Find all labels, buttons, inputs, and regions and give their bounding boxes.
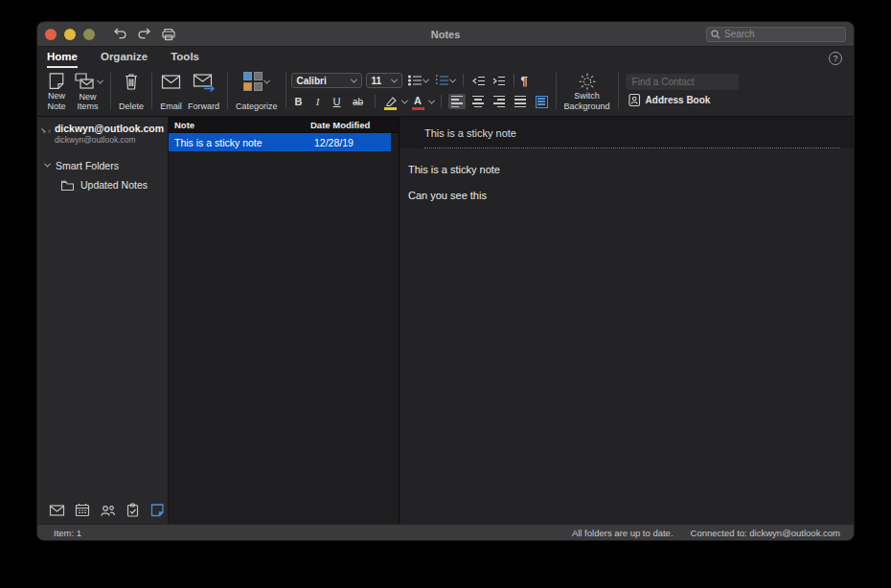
new-items-button[interactable]: New Items xyxy=(70,70,105,112)
align-left-button[interactable] xyxy=(448,94,466,109)
tab-home[interactable]: Home xyxy=(47,51,78,68)
redo-button[interactable] xyxy=(132,28,156,40)
address-book-icon xyxy=(628,93,641,107)
note-list-header[interactable]: Note Date Modified xyxy=(169,117,399,133)
align-left-icon xyxy=(451,96,463,107)
search-input[interactable] xyxy=(724,29,841,39)
calendar-module-button[interactable] xyxy=(75,503,90,517)
mail-icon xyxy=(49,504,65,517)
highlight-color-button[interactable] xyxy=(382,93,399,110)
font-color-button[interactable]: A xyxy=(411,93,425,110)
zoom-window-button[interactable] xyxy=(83,29,95,40)
strikethrough-button[interactable]: ab xyxy=(349,93,368,110)
find-a-contact-input[interactable]: Find a Contact xyxy=(626,74,739,90)
decrease-indent-button[interactable] xyxy=(470,74,487,88)
print-button[interactable] xyxy=(156,28,181,41)
font-name-select[interactable]: Calibri xyxy=(291,73,362,88)
numbered-list-button[interactable] xyxy=(433,73,456,88)
column-date-modified[interactable]: Date Modified xyxy=(310,120,393,130)
categorize-label: Categorize xyxy=(236,102,278,111)
people-icon xyxy=(100,504,116,517)
increase-indent-icon xyxy=(491,75,506,87)
address-book-label: Address Book xyxy=(646,95,711,105)
underline-button[interactable]: U xyxy=(330,93,345,110)
line-spacing-icon xyxy=(536,96,548,108)
tasks-module-button[interactable] xyxy=(126,503,140,517)
font-name-value: Calibri xyxy=(297,76,327,86)
ribbon-separator xyxy=(286,73,286,109)
font-size-chevron-icon xyxy=(391,76,398,82)
account-expand-chevron-icon[interactable] xyxy=(41,128,46,133)
note-title-bar[interactable]: This is a sticky note xyxy=(400,117,854,148)
show-paragraph-marks-button[interactable]: ¶ xyxy=(521,74,528,88)
bold-button[interactable]: B xyxy=(291,93,307,110)
email-envelope-icon xyxy=(160,72,182,92)
window-title: Notes xyxy=(431,29,461,40)
ribbon-separator xyxy=(618,73,619,109)
align-right-button[interactable] xyxy=(491,94,508,109)
delete-label: Delete xyxy=(119,102,144,111)
redo-icon xyxy=(137,28,151,40)
undo-button[interactable] xyxy=(108,28,132,40)
titlebar: Notes xyxy=(37,22,854,47)
search-box[interactable] xyxy=(706,27,846,42)
italic-button[interactable]: I xyxy=(310,93,326,110)
ribbon-tabs: Home Organize Tools ? xyxy=(37,47,854,68)
sidebar-item-updated-notes[interactable]: Updated Notes xyxy=(37,175,168,195)
module-switcher xyxy=(37,497,168,524)
switch-background-button[interactable]: Switch Background xyxy=(561,70,613,112)
new-note-button[interactable]: New Note xyxy=(43,70,70,112)
delete-button[interactable]: Delete xyxy=(116,70,147,112)
increase-indent-button[interactable] xyxy=(491,74,507,88)
ribbon: New Note New Items Delete Email Forward xyxy=(37,68,854,116)
account-notes-checkbox-icon xyxy=(48,124,51,138)
help-button[interactable]: ? xyxy=(829,52,842,65)
forward-envelope-icon xyxy=(192,72,217,92)
close-window-button[interactable] xyxy=(45,29,57,40)
sidebar-item-smart-folders[interactable]: Smart Folders xyxy=(37,156,168,175)
note-title: This is a sticky note xyxy=(424,127,516,139)
search-icon xyxy=(711,30,720,39)
smart-folders-chevron-icon[interactable] xyxy=(44,161,51,168)
delete-trash-icon xyxy=(122,72,141,92)
categorize-button[interactable]: Categorize xyxy=(233,70,281,112)
print-icon xyxy=(161,28,176,41)
minimize-window-button[interactable] xyxy=(64,29,76,40)
bullet-list-icon xyxy=(407,74,423,87)
people-module-button[interactable] xyxy=(100,504,116,517)
tab-organize[interactable]: Organize xyxy=(101,51,148,68)
outlook-window: Notes Home Organize Tools ? New Note New… xyxy=(36,21,855,541)
forward-button[interactable]: Forward xyxy=(185,70,222,112)
main-content: dickwyn@outlook.com dickwyn@outlook.com … xyxy=(37,116,854,524)
font-name-chevron-icon xyxy=(351,76,357,82)
justify-button[interactable] xyxy=(512,94,529,109)
note-body[interactable]: This is a sticky note Can you see this xyxy=(400,148,854,215)
font-size-select[interactable]: 11 xyxy=(366,73,402,88)
traffic-lights xyxy=(45,29,95,40)
note-list-row[interactable]: This is a sticky note 12/28/19 xyxy=(169,133,391,151)
font-color-letter: A xyxy=(414,96,422,106)
justify-icon xyxy=(514,96,526,107)
column-note[interactable]: Note xyxy=(174,120,310,130)
tab-tools[interactable]: Tools xyxy=(171,51,199,68)
note-row-date: 12/28/19 xyxy=(314,137,391,148)
ribbon-separator xyxy=(375,95,376,108)
categorize-dropdown-chevron-icon xyxy=(263,77,270,83)
line-spacing-button[interactable] xyxy=(533,94,551,110)
font-size-value: 11 xyxy=(372,76,382,86)
font-formatting-group: Calibri 11 xyxy=(291,70,551,112)
mail-module-button[interactable] xyxy=(49,504,65,517)
bullet-list-button[interactable] xyxy=(406,73,429,88)
align-center-button[interactable] xyxy=(469,94,487,109)
account-row[interactable]: dickwyn@outlook.com dickwyn@outlook.com xyxy=(37,117,168,148)
smart-folders-label: Smart Folders xyxy=(56,160,119,171)
folder-sidebar: dickwyn@outlook.com dickwyn@outlook.com … xyxy=(37,117,169,524)
notes-module-button[interactable] xyxy=(149,503,165,517)
new-items-dropdown-chevron-icon xyxy=(97,78,103,84)
categorize-icon xyxy=(243,72,263,91)
notes-icon xyxy=(149,503,165,517)
address-book-button[interactable]: Address Book xyxy=(626,93,739,107)
email-button[interactable]: Email xyxy=(157,70,185,112)
reading-pane: This is a sticky note This is a sticky n… xyxy=(400,117,854,524)
ribbon-separator xyxy=(110,73,111,109)
